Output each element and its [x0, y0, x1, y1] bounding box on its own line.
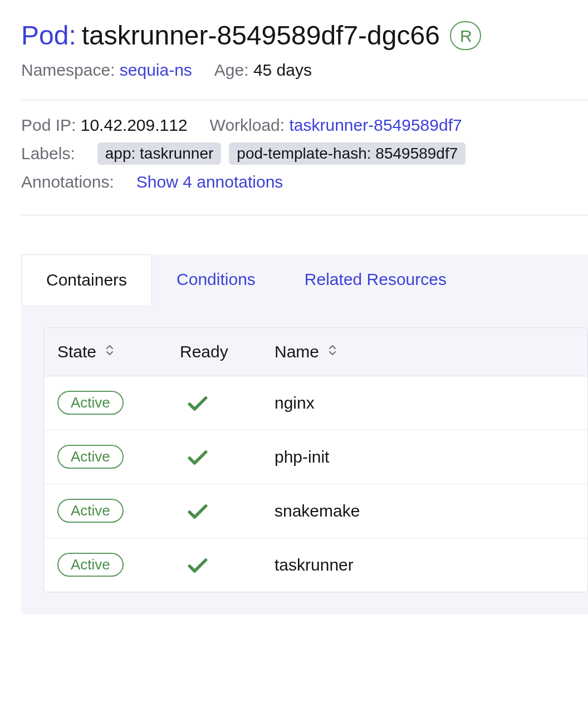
table-row[interactable]: Activesnakemake: [44, 484, 587, 538]
label-chip: pod-template-hash: 8549589df7: [229, 143, 465, 165]
state-badge: Active: [57, 391, 124, 415]
age-label: Age:: [214, 61, 249, 79]
tabs-area: Containers Conditions Related Resources …: [21, 254, 588, 615]
label-chips: app: taskrunner pod-template-hash: 85495…: [97, 143, 466, 165]
labels-label: Labels:: [21, 144, 75, 163]
pod-name: taskrunner-8549589df7-dgc66: [82, 21, 440, 51]
state-badge: Active: [57, 553, 124, 577]
annotations-toggle[interactable]: Show 4 annotations: [136, 173, 283, 191]
tab-containers[interactable]: Containers: [21, 254, 152, 305]
namespace-group: Namespace: sequia-ns: [21, 61, 192, 80]
workload-link[interactable]: taskrunner-8549589df7: [289, 116, 462, 134]
container-name: nginx: [261, 376, 587, 430]
workload-label: Workload:: [210, 116, 285, 134]
namespace-label: Namespace:: [21, 61, 115, 79]
check-icon: [185, 391, 248, 415]
col-header-state[interactable]: State: [44, 328, 166, 376]
podip-value: 10.42.209.112: [81, 116, 188, 134]
status-badge: R: [450, 21, 481, 50]
col-header-name-label: Name: [275, 342, 319, 361]
container-name: taskrunner: [261, 538, 587, 592]
tabs: Containers Conditions Related Resources: [21, 254, 588, 305]
containers-table: State Ready Name: [43, 327, 588, 592]
workload-group: Workload: taskrunner-8549589df7: [210, 116, 462, 135]
check-icon: [185, 553, 248, 577]
sort-icon: [328, 344, 337, 356]
col-header-ready-label: Ready: [180, 342, 228, 361]
annotations-label: Annotations:: [21, 173, 114, 191]
table-row[interactable]: Activetaskrunner: [44, 538, 587, 592]
state-badge: Active: [57, 499, 124, 523]
meta-line: Namespace: sequia-ns Age: 45 days: [21, 61, 588, 80]
details-block: Pod IP: 10.42.209.112 Workload: taskrunn…: [21, 100, 588, 215]
table-row[interactable]: Activenginx: [44, 376, 587, 430]
page-title: Pod: taskrunner-8549589df7-dgc66 R: [21, 21, 588, 51]
col-header-ready[interactable]: Ready: [166, 328, 261, 376]
state-badge: Active: [57, 445, 124, 469]
col-header-state-label: State: [57, 342, 96, 361]
sort-icon: [105, 344, 114, 356]
col-header-name[interactable]: Name: [261, 328, 587, 376]
check-icon: [185, 445, 248, 469]
title-prefix: Pod:: [21, 21, 76, 51]
container-name: snakemake: [261, 484, 587, 538]
podip-label: Pod IP:: [21, 116, 76, 134]
age-group: Age: 45 days: [214, 61, 312, 80]
podip-group: Pod IP: 10.42.209.112: [21, 116, 188, 135]
namespace-link[interactable]: sequia-ns: [120, 61, 192, 79]
check-icon: [185, 499, 248, 523]
tab-conditions[interactable]: Conditions: [152, 254, 280, 305]
age-value: 45 days: [253, 61, 312, 79]
tab-related-resources[interactable]: Related Resources: [280, 254, 471, 305]
table-row[interactable]: Activephp-init: [44, 430, 587, 484]
divider: [21, 215, 588, 215]
container-name: php-init: [261, 430, 587, 484]
label-chip: app: taskrunner: [97, 143, 222, 165]
